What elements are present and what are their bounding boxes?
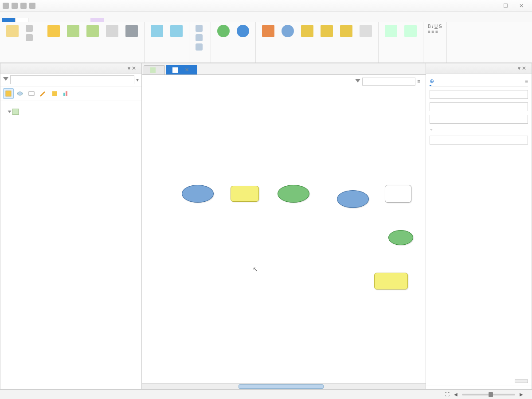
doctab-model[interactable]: ✕ — [166, 65, 197, 74]
tools-button[interactable] — [260, 24, 276, 39]
logical-button[interactable] — [338, 24, 354, 39]
fit-icon[interactable]: ⛶ — [445, 392, 450, 397]
run-button[interactable] — [235, 24, 251, 39]
expand-icon[interactable] — [8, 111, 12, 113]
search-options-icon[interactable]: ▾ — [136, 77, 139, 83]
tab-view[interactable] — [55, 18, 68, 22]
validate-button[interactable] — [215, 24, 231, 39]
iterators-button[interactable] — [299, 24, 315, 39]
group-button[interactable] — [383, 24, 399, 39]
list-by-drawing-order-icon[interactable] — [3, 88, 14, 99]
model-training-field[interactable] — [430, 102, 528, 111]
model-canvas[interactable]: ≡ ↖ — [142, 75, 426, 383]
tab-data[interactable] — [117, 18, 130, 22]
next-icon[interactable]: ▶ — [520, 392, 523, 397]
pan-button[interactable] — [194, 43, 206, 51]
quick-access-toolbar — [3, 3, 35, 9]
map-icon — [150, 67, 156, 73]
qat-redo-icon[interactable] — [29, 3, 35, 9]
node-usa-states[interactable] — [337, 190, 369, 208]
fittowindow-button[interactable] — [168, 24, 184, 39]
document-tabs: ✕ — [142, 63, 426, 75]
align-buttons[interactable]: ≡ ≡ ≡ — [428, 29, 442, 34]
autolayout-button[interactable] — [149, 24, 165, 39]
save-button[interactable] — [65, 24, 81, 39]
list-by-editing-icon[interactable] — [38, 88, 48, 99]
map-icon — [12, 109, 19, 115]
connectors — [142, 75, 275, 141]
geoprocessing-panel: ▾ ✕ ⊕ ≡ ⌄ — [426, 63, 532, 389]
contents-close-icon[interactable]: ▾ ✕ — [126, 65, 138, 71]
utilities-button[interactable] — [319, 24, 335, 39]
group-mode — [194, 61, 206, 62]
canvas-menu-icon[interactable]: ≡ — [417, 78, 420, 85]
copy-button[interactable] — [24, 33, 36, 42]
filter-icon[interactable] — [3, 77, 8, 82]
toc-map-root[interactable] — [2, 107, 140, 116]
tab-analysis[interactable] — [42, 18, 55, 22]
prev-icon[interactable]: ◀ — [454, 392, 458, 397]
svg-rect-8 — [172, 67, 178, 73]
response-variable-field[interactable] — [430, 115, 528, 124]
signin-status[interactable] — [523, 16, 532, 22]
tool-menu-icon[interactable]: ≡ — [525, 78, 528, 84]
select-button[interactable] — [194, 24, 206, 33]
geoprocessing-close-icon[interactable]: ▾ ✕ — [516, 65, 528, 71]
list-by-source-icon[interactable] — [15, 88, 25, 99]
node-output-emus[interactable] — [278, 185, 309, 203]
tab-rasterlayer[interactable] — [90, 18, 104, 22]
qat-open-icon[interactable] — [3, 3, 9, 9]
tab-close-icon[interactable]: ✕ — [183, 67, 191, 73]
properties-button[interactable] — [104, 24, 120, 39]
ungroup-button[interactable] — [403, 24, 419, 39]
label-button[interactable] — [358, 24, 374, 39]
node-logistic-regression[interactable] — [231, 186, 259, 202]
output-dataset-field[interactable] — [430, 136, 528, 145]
chevron-down-icon[interactable]: ⌄ — [430, 126, 433, 131]
back-icon[interactable]: ⊕ — [430, 78, 434, 84]
variable-button[interactable] — [280, 24, 296, 39]
list-by-snapping-icon[interactable] — [49, 88, 60, 99]
input-dataset-field[interactable] — [430, 90, 528, 99]
saveas-button[interactable] — [85, 24, 101, 39]
tab-project[interactable] — [2, 18, 15, 22]
group-insert — [260, 61, 374, 62]
paste-button[interactable] — [4, 24, 20, 39]
node-emus-output2[interactable] — [388, 230, 413, 245]
minimize-button[interactable]: ─ — [481, 3, 497, 9]
node-kernel-interp[interactable] — [374, 273, 408, 289]
selectall-button[interactable] — [194, 33, 206, 42]
maximize-button[interactable]: ☐ — [497, 3, 513, 9]
environments-button[interactable] — [124, 24, 140, 39]
node-output-geostat[interactable] — [385, 185, 411, 203]
list-by-labeling-icon[interactable] — [61, 88, 71, 99]
contents-search-input[interactable] — [10, 75, 134, 84]
tab-insert[interactable] — [28, 18, 42, 22]
tab-share[interactable] — [68, 18, 82, 22]
list-by-selection-icon[interactable] — [26, 88, 37, 99]
qat-undo-icon[interactable] — [20, 3, 27, 9]
tab-environments[interactable] — [437, 82, 438, 86]
canvas-hscroll[interactable] — [142, 383, 426, 389]
bold-button[interactable]: B I U S — [428, 24, 442, 29]
close-button[interactable]: ✕ — [513, 3, 529, 9]
svg-rect-0 — [6, 91, 11, 96]
doctab-map[interactable] — [144, 65, 165, 74]
cut-button[interactable] — [24, 24, 36, 33]
tab-modelbuilder[interactable] — [15, 18, 28, 22]
new-button[interactable] — [46, 24, 62, 39]
contents-panel: ▾ ✕ ▾ — [0, 63, 142, 389]
svg-rect-4 — [63, 93, 65, 96]
canvas-search-input[interactable] — [362, 78, 415, 86]
cursor-icon: ↖ — [253, 266, 258, 273]
run-tool-button[interactable] — [515, 379, 528, 383]
svg-rect-3 — [52, 91, 57, 96]
node-input-data[interactable] — [182, 185, 214, 203]
tab-appearance[interactable] — [104, 18, 117, 22]
filter-icon[interactable] — [355, 79, 360, 84]
qat-save-icon[interactable] — [12, 3, 18, 9]
statusbar: ⛶ ◀ ▶ — [0, 389, 532, 399]
zoom-slider[interactable] — [462, 394, 515, 395]
group-model — [46, 61, 140, 62]
drawing-order-heading — [2, 104, 140, 107]
